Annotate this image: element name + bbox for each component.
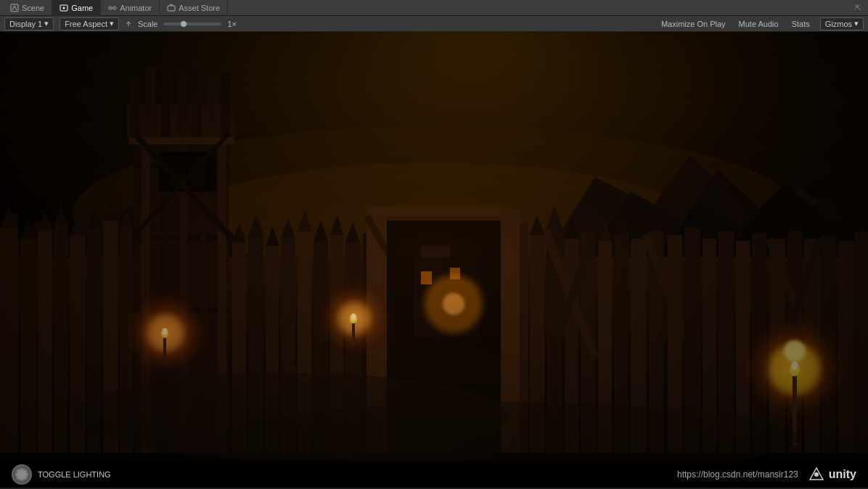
svg-line-149	[17, 470, 20, 472]
tab-animator[interactable]: Animator	[101, 0, 160, 16]
unity-logo: unity	[808, 467, 856, 482]
mute-audio-button[interactable]: Mute Audio	[736, 19, 782, 29]
svg-line-151	[25, 470, 27, 472]
svg-line-150	[25, 477, 27, 480]
sun-icon	[12, 464, 32, 485]
scale-thumb	[181, 21, 187, 27]
gizmos-chevron: ▾	[854, 19, 859, 28]
tab-scene[interactable]: Scene	[3, 0, 52, 16]
bottom-bar: TOGGLE LIGHTING https://blog.csdn.net/ma…	[0, 461, 868, 488]
animator-icon	[108, 4, 117, 12]
scene-svg	[0, 32, 868, 488]
svg-rect-142	[0, 32, 868, 488]
scale-arrows-icon	[125, 20, 132, 28]
aspect-group: Free Aspect ▾	[60, 17, 119, 30]
tab-expand-icon[interactable]: ⇱	[851, 4, 865, 12]
aspect-dropdown[interactable]: Free Aspect ▾	[60, 17, 119, 30]
stats-button[interactable]: Stats	[789, 19, 813, 29]
gizmos-dropdown[interactable]: Gizmos ▾	[820, 17, 864, 30]
svg-point-3	[109, 7, 112, 9]
tab-game[interactable]: Game	[52, 0, 101, 16]
gizmos-label: Gizmos	[825, 20, 852, 28]
display-group: Display 1 ▾	[4, 17, 54, 30]
asset-store-icon	[167, 4, 176, 12]
svg-rect-6	[168, 6, 175, 11]
display-dropdown[interactable]: Display 1 ▾	[4, 17, 54, 30]
tab-game-label: Game	[71, 4, 93, 12]
scene-icon	[10, 4, 19, 12]
unity-text: unity	[829, 468, 856, 481]
toggle-lighting-label: TOGGLE LIGHTING	[38, 470, 111, 479]
svg-point-4	[113, 7, 116, 9]
scale-slider[interactable]	[163, 22, 221, 25]
tab-asset-store-label: Asset Store	[179, 4, 220, 12]
tab-scene-label: Scene	[22, 4, 44, 12]
aspect-chevron: ▾	[110, 19, 114, 28]
game-icon	[60, 4, 68, 12]
scale-value: 1×	[224, 19, 239, 29]
display-label: Display 1	[9, 20, 42, 28]
display-chevron: ▾	[44, 19, 49, 28]
tab-bar: Scene Game Animator Asset Store ⇱	[0, 0, 868, 16]
toolbar: Display 1 ▾ Free Aspect ▾ Scale 1× Maxim…	[0, 16, 868, 32]
maximize-on-play-button[interactable]: Maximize On Play	[658, 19, 729, 29]
unity-icon	[808, 467, 824, 482]
scale-label: Scale	[135, 19, 161, 29]
game-viewport[interactable]: TOGGLE LIGHTING https://blog.csdn.net/ma…	[0, 32, 868, 488]
aspect-label: Free Aspect	[65, 20, 107, 28]
svg-point-2	[63, 7, 65, 9]
toggle-lighting-button[interactable]: TOGGLE LIGHTING	[12, 464, 111, 485]
tab-animator-label: Animator	[120, 4, 152, 12]
toolbar-right: Maximize On Play Mute Audio Stats Gizmos…	[658, 17, 864, 30]
url-text: https://blog.csdn.net/mansir123	[677, 469, 798, 480]
svg-point-154	[814, 472, 819, 477]
scale-group: Scale 1×	[125, 19, 239, 29]
svg-line-152	[17, 477, 20, 480]
tab-asset-store[interactable]: Asset Store	[160, 0, 228, 16]
